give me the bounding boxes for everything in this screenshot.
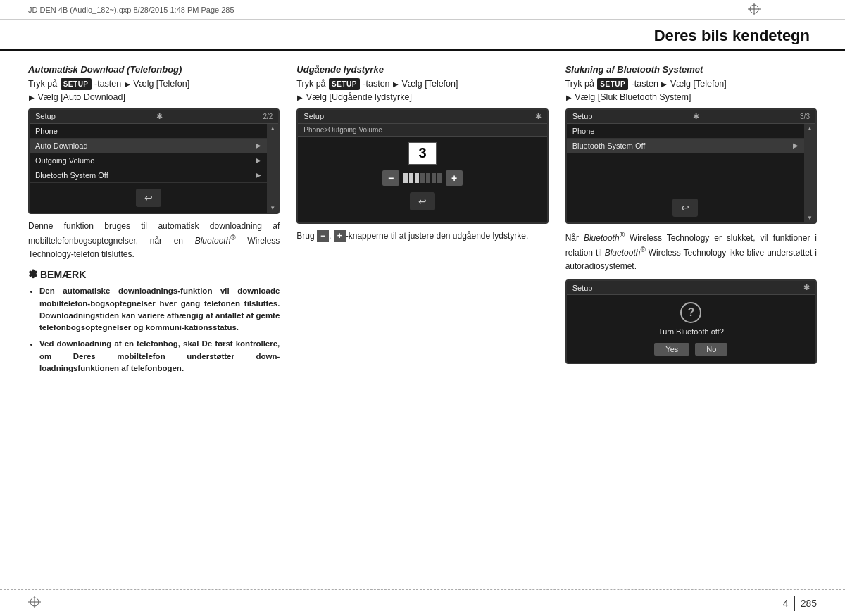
menu-item-bluetooth-off: Bluetooth System Off ▶ <box>30 168 267 183</box>
empty-row-3a-2 <box>567 173 804 193</box>
volume-bar <box>403 173 442 183</box>
menu-item-phone: Phone <box>30 124 267 139</box>
screen-title-3a: Setup <box>572 112 593 120</box>
question-icon: ? <box>680 302 701 323</box>
col1-section-title: Automatisk Download (Telefonbog) <box>28 64 280 75</box>
screen-subtitle-2: Phone>Outgoing Volume <box>298 124 546 137</box>
screen-header-1: Setup ✱ 2/2 <box>30 110 278 124</box>
page-title: Deres bils kendetegn <box>0 20 845 51</box>
note-item-1: Den automatiske downloadnings-funktion v… <box>39 285 280 334</box>
page-number: 4 285 <box>783 596 817 611</box>
column-2: Udgående lydstyrke Tryk på SETUP -tasten… <box>288 64 556 379</box>
col1-description: Denne funktion bruges til automatisk dow… <box>28 220 280 261</box>
screen-header-2: Setup ✱ <box>298 110 546 124</box>
crosshair-icon <box>748 3 760 17</box>
col3-section-title: Slukning af Bluetooth Systemet <box>565 64 817 75</box>
main-content: Automatisk Download (Telefonbog) Tryk på… <box>0 64 845 379</box>
screen-title-3b: Setup <box>572 284 593 292</box>
screen-mockup-2: Setup ✱ Phone>Outgoing Volume 3 − <box>296 108 548 224</box>
back-btn-2: ↩ <box>410 192 435 210</box>
bluetooth-icon-3a: ✱ <box>693 112 699 121</box>
menu-item-auto-download: Auto Download ▶ <box>30 139 267 153</box>
col3-info-text: Når Bluetooth® Wireless Technology er sl… <box>565 230 817 273</box>
volume-minus-btn[interactable]: − <box>382 170 399 186</box>
bottom-bar: 4 285 <box>0 589 845 616</box>
confirm-buttons: Yes No <box>654 343 727 356</box>
note-list: Den automatiske downloadnings-funktion v… <box>28 285 280 375</box>
empty-row-3a <box>567 153 804 173</box>
column-1: Automatisk Download (Telefonbog) Tryk på… <box>28 64 288 379</box>
col2-description: Brug −, +-knapperne til at justere den u… <box>296 230 548 243</box>
crosshair-bottom-left <box>28 596 41 610</box>
page-num-separator <box>794 596 795 611</box>
bar-seg-4 <box>420 173 425 183</box>
menu-item-bt-off-3a: Bluetooth System Off ▶ <box>567 139 804 153</box>
top-bar: JD DEN 4B (Audio_182~).qxp 8/28/2015 1:4… <box>0 0 845 20</box>
screen-body-3a: Phone Bluetooth System Off ▶ ↩ ▲ ▼ <box>567 124 815 222</box>
setup-badge-2: SETUP <box>329 78 360 90</box>
bluetooth-icon-3b: ✱ <box>803 283 810 292</box>
menu-item-phone-3a: Phone <box>567 124 804 139</box>
no-button[interactable]: No <box>695 343 727 356</box>
bar-seg-1 <box>403 173 408 183</box>
note-section: ✽ BEMÆRK Den automatiske downloadnings-f… <box>28 268 280 375</box>
volume-number: 3 <box>408 142 437 165</box>
col1-instruction: Tryk på SETUP -tasten ▶ Vælg [Telefon] ▶… <box>28 77 280 104</box>
bluetooth-icon-1: ✱ <box>156 112 163 121</box>
page-num-right: 285 <box>801 598 817 609</box>
setup-badge-1: SETUP <box>61 78 92 90</box>
bar-seg-3 <box>415 173 419 183</box>
bar-seg-2 <box>409 173 413 183</box>
screen-back-row: ↩ <box>30 183 267 213</box>
scroll-up-3a: ▲ <box>807 125 813 132</box>
col3-instruction: Tryk på SETUP -tasten ▶ Vælg [Telefon] ▶… <box>565 77 817 104</box>
screen-mockup-1: Setup ✱ 2/2 Phone Auto Download ▶ Outgoi… <box>28 108 280 214</box>
screen-mockup-3a: Setup ✱ 3/3 Phone Bluetooth System Off ▶ <box>565 108 817 224</box>
screen-mockup-3b: Setup ✱ ? Turn Bluetooth off? Yes No <box>565 279 817 364</box>
screen-header-3b: Setup ✱ <box>567 281 815 295</box>
confirm-text: Turn Bluetooth off? <box>658 327 724 336</box>
scroll-down-1: ▼ <box>270 205 275 211</box>
file-info: JD DEN 4B (Audio_182~).qxp 8/28/2015 1:4… <box>28 6 817 14</box>
screen-body-1: Phone Auto Download ▶ Outgoing Volume ▶ … <box>30 124 278 213</box>
note-title: ✽ BEMÆRK <box>28 268 280 281</box>
scroll-bar-3a: ▲ ▼ <box>804 124 815 222</box>
scroll-up-1: ▲ <box>270 125 275 132</box>
bluetooth-icon-2: ✱ <box>535 112 542 121</box>
column-3: Slukning af Bluetooth Systemet Tryk på S… <box>557 64 817 379</box>
bar-seg-6 <box>432 173 436 183</box>
col2-instruction: Tryk på SETUP -tasten ▶ Vælg [Telefon] ▶… <box>296 77 548 104</box>
menu-item-outgoing-volume: Outgoing Volume ▶ <box>30 153 267 168</box>
screen-page-1: 2/2 <box>263 113 273 120</box>
bar-seg-5 <box>426 173 430 183</box>
scroll-down-3a: ▼ <box>807 215 813 221</box>
note-item-2: Ved downloadning af en telefonbog, skal … <box>39 338 280 375</box>
screen-title-2: Setup <box>303 112 324 120</box>
back-btn-3a: ↩ <box>672 199 698 217</box>
bar-seg-7 <box>437 173 442 183</box>
page-num-left: 4 <box>783 598 789 609</box>
setup-badge-3: SETUP <box>597 78 628 90</box>
back-btn-1: ↩ <box>136 189 161 207</box>
col2-section-title: Udgående lydstyrke <box>296 64 548 75</box>
screen-page-3a: 3/3 <box>800 113 810 120</box>
confirm-screen: ? Turn Bluetooth off? Yes No <box>567 295 815 363</box>
volume-plus-btn[interactable]: + <box>446 170 463 186</box>
volume-back-row: ↩ <box>406 186 439 217</box>
screen-back-row-3a: ↩ <box>567 193 804 222</box>
volume-content: 3 − + ↩ <box>298 137 546 222</box>
screen-title-1: Setup <box>35 112 56 120</box>
volume-slider-row: − + <box>303 170 541 186</box>
scroll-bar-1: ▲ ▼ <box>267 124 278 213</box>
screen-header-3a: Setup ✱ 3/3 <box>567 110 815 124</box>
yes-button[interactable]: Yes <box>654 343 689 356</box>
